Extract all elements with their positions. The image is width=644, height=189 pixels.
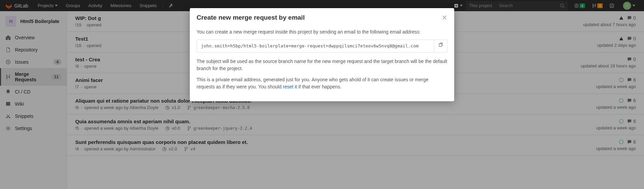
close-icon[interactable]: ✕ (442, 14, 447, 22)
modal-intro: You can create a new merge request insid… (197, 28, 447, 36)
copy-button[interactable] (434, 40, 447, 52)
modal-para2: The subject will be used as the source b… (197, 58, 447, 72)
email-address-field[interactable]: john.smith+h5bp/html5-boilerplate+merge-… (197, 40, 434, 52)
modal-overlay[interactable]: Create new merge request by email ✕ You … (0, 0, 644, 189)
reset-link[interactable]: reset it (283, 84, 297, 89)
modal-para3: This is a private email address, generat… (197, 76, 447, 90)
copy-icon (438, 43, 443, 47)
modal-title: Create new merge request by email (197, 14, 305, 21)
email-modal: Create new merge request by email ✕ You … (190, 8, 454, 101)
